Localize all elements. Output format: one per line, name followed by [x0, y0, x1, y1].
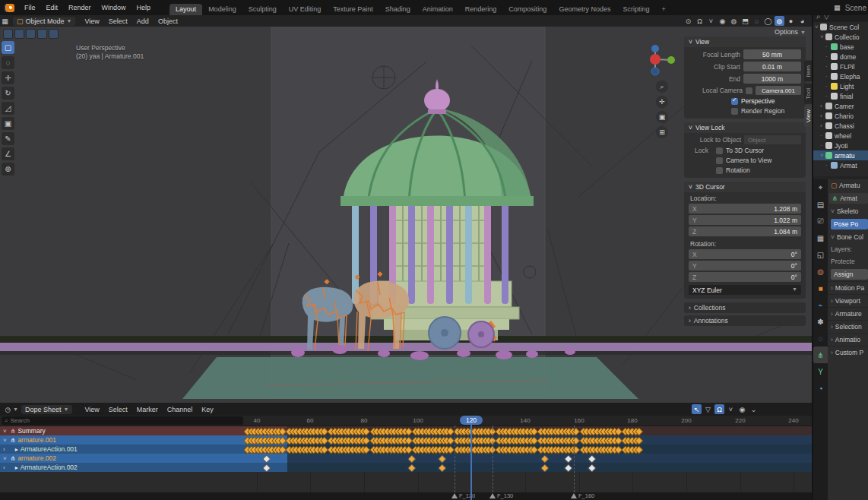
dopesheet-menu-select[interactable]: Select — [104, 406, 132, 413]
workspace-tab-shading[interactable]: Shading — [379, 4, 417, 15]
select-mode-icon-1[interactable] — [3, 29, 13, 39]
snap-dropdown[interactable]: ˅ — [706, 16, 716, 26]
move-view-button[interactable]: ✛ — [656, 96, 668, 108]
proportional-editing-icon[interactable]: ◉ — [737, 404, 747, 414]
workspace-tab-geometry-nodes[interactable]: Geometry Nodes — [553, 4, 616, 15]
sidebar-tab-view[interactable]: View — [804, 105, 812, 127]
bone-collections-header[interactable]: ˅Bone Col — [828, 231, 868, 243]
viewport-menu-object[interactable]: Object — [154, 17, 182, 25]
outliner-row[interactable]: ·dome — [813, 52, 868, 62]
zoom-button[interactable]: ⌕ — [656, 81, 668, 93]
tab-scene-icon[interactable]: ◱ — [813, 246, 828, 263]
snap-magnet-icon[interactable]: Ω — [714, 404, 724, 414]
view-lock-header[interactable]: ˅View Lock — [684, 122, 806, 133]
scale-tool[interactable]: ◿ — [2, 102, 14, 115]
dopesheet-menu-channel[interactable]: Channel — [163, 406, 198, 413]
outliner-row[interactable]: ›Chassi — [813, 121, 868, 131]
channel-row[interactable]: ›▸ArmatureAction.002 — [0, 463, 812, 472]
collapsed-panel[interactable]: ›Custom P — [828, 346, 868, 359]
tab-object-icon[interactable]: ■ — [813, 280, 828, 296]
lock-checkbox-0[interactable] — [716, 147, 723, 154]
select-mode-icon-3[interactable] — [26, 29, 36, 39]
viewport-menu-view[interactable]: View — [80, 17, 103, 25]
annotate-tool[interactable]: ✎ — [2, 132, 14, 145]
perspective-checkbox[interactable] — [731, 98, 738, 105]
channel-row[interactable]: ˅⋔armature.002 — [0, 454, 812, 463]
shading-rendered-icon[interactable]: ◕ — [797, 16, 807, 26]
transform-tool[interactable]: ▣ — [2, 117, 14, 130]
menu-file[interactable]: File — [19, 0, 41, 15]
cursor-panel-header[interactable]: ˅3D Cursor — [684, 182, 806, 192]
editor-type-icon[interactable]: ◷ — [3, 404, 13, 414]
viewport-menu-add[interactable]: Add — [132, 17, 154, 25]
outliner-row[interactable]: ·FLPil — [813, 62, 868, 71]
workspace-tab-compositing[interactable]: Compositing — [502, 4, 553, 15]
outliner-row[interactable]: ·finial — [813, 91, 868, 101]
marker-strip[interactable]: F_120F_130F_160 — [0, 492, 812, 500]
render-region-checkbox[interactable] — [731, 108, 738, 115]
camera-select[interactable]: Camera.001 — [756, 86, 801, 95]
tab-world-icon[interactable]: ◍ — [813, 263, 828, 280]
euler-dropdown[interactable]: XYZ Euler▼ — [689, 285, 801, 295]
snap-dropdown[interactable]: ˅ — [726, 404, 736, 414]
menu-window[interactable]: Window — [97, 0, 131, 15]
shading-solid-icon[interactable]: ◍ — [775, 16, 784, 26]
cursor-rotation-field-Y[interactable]: Y0° — [689, 261, 801, 271]
workspace-tab-scripting[interactable]: Scripting — [616, 4, 655, 15]
workspace-tab-+[interactable]: + — [655, 4, 671, 15]
select-mode-icon-5[interactable] — [49, 29, 59, 39]
pivot-point-icon[interactable]: ⊙ — [683, 16, 693, 26]
dopesheet-menu-marker[interactable]: Marker — [132, 406, 163, 413]
tab-output-icon[interactable]: ⎚ — [813, 213, 828, 229]
lock-checkbox-2[interactable] — [716, 167, 723, 174]
add-primitive-tool[interactable]: ⊕ — [2, 163, 14, 176]
menu-render[interactable]: Render — [63, 0, 97, 15]
cursor-location-field-X[interactable]: X1.208 m — [689, 204, 801, 214]
collapsed-panel[interactable]: ›Armature — [828, 307, 868, 320]
channel-name[interactable]: ˅⋔armature.002 — [0, 454, 287, 463]
channel-search-field[interactable]: ⌕ Search — [2, 416, 243, 425]
collapsed-panel[interactable]: ›Motion Pa — [828, 281, 868, 294]
workspace-tab-texture-paint[interactable]: Texture Paint — [327, 4, 379, 15]
only-selected-icon[interactable]: ↖ — [692, 404, 702, 414]
select-mode-icon-2[interactable] — [14, 29, 24, 39]
workspace-tab-animation[interactable]: Animation — [417, 4, 459, 15]
show-gizmo-icon[interactable]: ◍ — [729, 16, 739, 26]
dope-sheet-mode-dropdown[interactable]: Dope Sheet ▼ — [21, 405, 72, 414]
collapsed-panel-annotations[interactable]: ›Annotations — [684, 315, 806, 326]
outliner-row[interactable]: ·Jyoti — [813, 141, 868, 150]
lock-checkbox-1[interactable] — [716, 157, 723, 164]
viewport-3d[interactable]: ▦ ▢ Object Mode ▼ ViewSelectAddObject ⊙Ω… — [0, 15, 812, 403]
toggle-ortho-button[interactable]: ⊞ — [656, 126, 668, 138]
dope-sheet-body[interactable]: ˅⋔Summary˅⋔armature.001›▸ArmatureAction.… — [0, 426, 812, 492]
snap-magnet-icon[interactable]: Ω — [695, 16, 705, 26]
move-tool[interactable]: ✛ — [2, 71, 14, 84]
blender-logo-icon[interactable] — [5, 4, 14, 12]
camera-view-button[interactable]: ▣ — [656, 111, 668, 123]
outliner-row[interactable]: ˅Collectio — [813, 32, 868, 42]
shading-wireframe-icon[interactable]: ◯ — [763, 16, 773, 26]
tab-physics-icon[interactable]: ◌ — [813, 330, 828, 347]
measure-tool[interactable]: ∠ — [2, 147, 14, 160]
show-overlays-icon[interactable]: ⬒ — [740, 16, 750, 26]
outliner-row[interactable]: ›Camer — [813, 101, 868, 111]
workspace-tab-rendering[interactable]: Rendering — [459, 4, 503, 15]
pose-position-button[interactable]: Pose Po — [831, 219, 868, 229]
workspace-tab-layout[interactable]: Layout — [169, 4, 202, 15]
select-box-tool[interactable]: ▢ — [2, 41, 14, 54]
marker-icon[interactable] — [451, 493, 458, 498]
cursor-location-field-Z[interactable]: Z1.084 m — [689, 226, 801, 236]
skeleton-panel-header[interactable]: ˅Skeleto — [828, 205, 868, 217]
field-value[interactable]: 50 mm — [743, 49, 801, 59]
select-mode-icon-4[interactable] — [37, 29, 47, 39]
cursor-location-field-Y[interactable]: Y1.022 m — [689, 215, 801, 225]
local-camera-checkbox[interactable] — [746, 87, 752, 94]
tab-render-icon[interactable]: ▤ — [813, 196, 828, 213]
navigation-gizmo[interactable] — [642, 43, 680, 81]
workspace-tab-modeling[interactable]: Modeling — [202, 4, 242, 15]
assign-button[interactable]: Assign — [831, 269, 868, 280]
data-name-row[interactable]: ⋔Armat — [829, 193, 868, 204]
outliner-row[interactable]: ˅armatu — [813, 150, 868, 160]
object-field[interactable]: Object — [744, 135, 801, 144]
channel-name[interactable]: ›▸ArmatureAction.002 — [0, 463, 287, 472]
